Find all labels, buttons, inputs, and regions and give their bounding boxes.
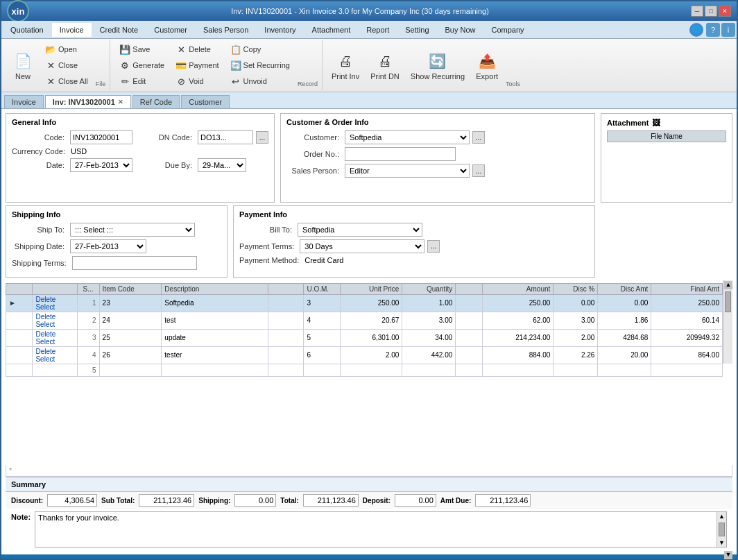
edit-button[interactable]: ✏ Edit: [114, 74, 169, 89]
dn-code-browse-button[interactable]: ...: [256, 131, 268, 144]
col-header-unit-price: Unit Price: [340, 283, 402, 294]
payment-button[interactable]: 💳 Payment: [171, 58, 223, 73]
new-button[interactable]: 📄 New: [7, 47, 39, 83]
customer-browse-button[interactable]: ...: [472, 131, 485, 144]
table-scrollbar[interactable]: ▲ ▼: [723, 280, 732, 364]
scroll-thumb[interactable]: [725, 291, 731, 312]
globe-icon[interactable]: 🌐: [689, 23, 703, 37]
menu-invoice[interactable]: Invoice: [52, 23, 92, 37]
sales-person-select[interactable]: Editor: [345, 164, 470, 178]
deposit-input[interactable]: [395, 494, 436, 507]
date-select[interactable]: 27-Feb-2013: [70, 158, 132, 172]
menu-quotation[interactable]: Quotation: [3, 23, 51, 37]
table-row: Delete Select426tester62.00442.00884.002…: [6, 346, 723, 364]
discount-input[interactable]: [47, 494, 97, 507]
row-num: 1: [77, 294, 99, 312]
note-scrollbar[interactable]: ▲ ▼: [716, 512, 726, 547]
menu-customer[interactable]: Customer: [146, 23, 195, 37]
delete-link[interactable]: Delete: [35, 348, 55, 355]
close-icon: ✕: [45, 60, 56, 71]
amt-due-input[interactable]: [475, 494, 531, 507]
menu-report[interactable]: Report: [359, 23, 397, 37]
menu-inventory[interactable]: Inventory: [257, 23, 303, 37]
ship-to-select[interactable]: ::: Select :::: [70, 223, 195, 237]
dn-code-input[interactable]: [198, 130, 253, 144]
print-dn-button[interactable]: 🖨 Print DN: [366, 47, 404, 83]
col-header-actions2: [33, 283, 77, 294]
shipping-terms-input[interactable]: [72, 256, 197, 270]
quantity-cell: [402, 364, 456, 376]
delete-link[interactable]: Delete: [35, 313, 55, 321]
void-button[interactable]: ⊘ Void: [171, 74, 223, 89]
scroll-up-button[interactable]: ▲: [724, 281, 732, 289]
delete-icon: ✕: [175, 44, 187, 55]
delete-button[interactable]: ✕ Delete: [171, 42, 223, 57]
select-link[interactable]: Select: [35, 338, 55, 346]
unit-price-cell: 20.67: [340, 312, 402, 329]
tab-close-icon[interactable]: ✕: [118, 99, 123, 105]
empty-cell: [268, 312, 304, 329]
bill-to-select[interactable]: Softpedia: [298, 223, 422, 237]
unvoid-button[interactable]: ↩ Unvoid: [225, 74, 295, 89]
select-link[interactable]: Select: [35, 321, 55, 328]
attachment-icon[interactable]: 🖼: [652, 118, 660, 128]
final-amt-cell: [651, 364, 723, 376]
sales-person-browse-button[interactable]: ...: [472, 164, 485, 177]
delete-link[interactable]: Delete: [35, 330, 55, 338]
maximize-button[interactable]: □: [705, 6, 717, 17]
customer-field: Customer: Softpedia ...: [286, 130, 589, 144]
menu-buy-now[interactable]: Buy Now: [438, 23, 483, 37]
col-header-uom: U.O.M.: [304, 283, 340, 294]
print-inv-button[interactable]: 🖨 Print Inv: [327, 47, 364, 83]
generate-button[interactable]: ⚙ Generate: [114, 58, 169, 73]
shipping-input[interactable]: [234, 494, 276, 507]
tab-ref-code[interactable]: Ref Code: [132, 95, 180, 108]
menu-attachment[interactable]: Attachment: [304, 23, 359, 37]
close-button[interactable]: ✕: [719, 6, 731, 17]
disc-pct-cell: 3.00: [554, 312, 598, 329]
code-input[interactable]: [70, 130, 132, 144]
payment-terms-select[interactable]: 30 Days: [300, 239, 424, 253]
note-scroll-down[interactable]: ▼: [717, 538, 726, 547]
note-scroll-thumb[interactable]: [719, 523, 725, 536]
shipping-date-select[interactable]: 27-Feb-2013: [70, 239, 146, 253]
save-button[interactable]: 💾 Save: [114, 42, 169, 57]
delete-link[interactable]: Delete: [35, 296, 55, 303]
select-link[interactable]: Select: [35, 355, 55, 363]
info-icon[interactable]: i: [721, 23, 735, 37]
note-textarea[interactable]: Thanks for your invoice.: [35, 512, 716, 547]
total-input[interactable]: [303, 494, 359, 507]
export-button[interactable]: 📤 Export: [471, 47, 503, 83]
open-button[interactable]: 📂 Open: [40, 42, 93, 57]
due-by-select[interactable]: 29-Ma...: [198, 158, 246, 172]
tab-inv-detail[interactable]: Inv: INV13020001 ✕: [45, 95, 131, 108]
sub-total-input[interactable]: [139, 494, 194, 507]
minimize-button[interactable]: ─: [691, 6, 703, 17]
sub-total-label: Sub Total:: [101, 497, 135, 504]
menu-setting[interactable]: Setting: [397, 23, 436, 37]
order-no-input[interactable]: [345, 147, 456, 161]
tab-invoice[interactable]: Invoice: [4, 95, 44, 108]
customer-select[interactable]: Softpedia: [345, 130, 470, 144]
help-icon[interactable]: ?: [706, 23, 720, 37]
payment-terms-browse-button[interactable]: ...: [427, 240, 440, 253]
copy-button[interactable]: 📋 Copy: [225, 42, 295, 57]
shipping-date-label: Shipping Date:: [12, 242, 67, 251]
menu-sales-person[interactable]: Sales Person: [196, 23, 256, 37]
uom-cell: 3: [304, 294, 340, 312]
quantity-cell: 1.00: [402, 294, 456, 312]
currency-code-value: USD: [71, 147, 87, 155]
tab-customer[interactable]: Customer: [181, 95, 230, 108]
select-link[interactable]: Select: [35, 303, 55, 311]
empty2-cell: [456, 329, 482, 346]
summary-fields: Discount: Sub Total: Shipping: Total: De…: [6, 491, 732, 509]
col-header-description: Description: [162, 283, 268, 294]
export-icon: 📤: [476, 50, 498, 72]
note-scroll-up[interactable]: ▲: [717, 512, 726, 520]
show-recurring-button[interactable]: 🔄 Show Recurring: [406, 47, 470, 83]
close-all-button[interactable]: ✕ Close All: [40, 74, 93, 89]
menu-company[interactable]: Company: [484, 23, 532, 37]
set-recurring-button[interactable]: 🔄 Set Recurring: [225, 58, 295, 73]
menu-credit-note[interactable]: Credit Note: [92, 23, 146, 37]
close-button[interactable]: ✕ Close: [40, 58, 93, 73]
